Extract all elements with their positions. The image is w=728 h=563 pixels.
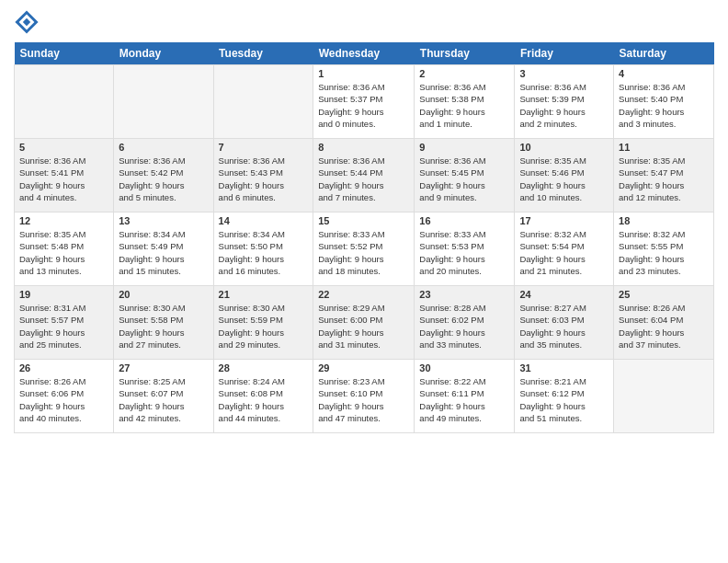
- day-cell: 16Sunrise: 8:33 AM Sunset: 5:53 PM Dayli…: [415, 213, 515, 286]
- day-cell: 17Sunrise: 8:32 AM Sunset: 5:54 PM Dayli…: [515, 213, 614, 286]
- day-number: 16: [419, 215, 509, 226]
- day-info: Sunrise: 8:22 AM Sunset: 6:11 PM Dayligh…: [419, 375, 509, 424]
- day-number: 9: [419, 142, 509, 153]
- day-cell: 23Sunrise: 8:28 AM Sunset: 6:02 PM Dayli…: [415, 286, 515, 360]
- weekday-header-saturday: Saturday: [614, 42, 714, 65]
- day-cell: 9Sunrise: 8:36 AM Sunset: 5:45 PM Daylig…: [415, 139, 515, 213]
- day-info: Sunrise: 8:34 AM Sunset: 5:49 PM Dayligh…: [119, 228, 208, 277]
- day-cell: [213, 65, 313, 139]
- week-row-3: 19Sunrise: 8:31 AM Sunset: 5:57 PM Dayli…: [15, 286, 714, 360]
- day-info: Sunrise: 8:35 AM Sunset: 5:47 PM Dayligh…: [619, 155, 709, 203]
- day-info: Sunrise: 8:24 AM Sunset: 6:08 PM Dayligh…: [219, 375, 309, 424]
- day-number: 15: [318, 215, 409, 226]
- weekday-header-monday: Monday: [114, 42, 213, 65]
- day-number: 1: [318, 68, 409, 79]
- day-info: Sunrise: 8:27 AM Sunset: 6:03 PM Dayligh…: [519, 302, 609, 350]
- day-info: Sunrise: 8:26 AM Sunset: 6:04 PM Dayligh…: [619, 302, 709, 350]
- day-cell: 12Sunrise: 8:35 AM Sunset: 5:48 PM Dayli…: [15, 213, 114, 286]
- day-cell: 18Sunrise: 8:32 AM Sunset: 5:55 PM Dayli…: [614, 213, 714, 286]
- day-number: 2: [419, 68, 509, 79]
- day-cell: 30Sunrise: 8:22 AM Sunset: 6:11 PM Dayli…: [415, 360, 515, 433]
- day-info: Sunrise: 8:36 AM Sunset: 5:38 PM Dayligh…: [419, 81, 509, 130]
- day-info: Sunrise: 8:36 AM Sunset: 5:42 PM Dayligh…: [119, 155, 208, 203]
- day-cell: 4Sunrise: 8:36 AM Sunset: 5:40 PM Daylig…: [614, 65, 714, 139]
- day-info: Sunrise: 8:36 AM Sunset: 5:43 PM Dayligh…: [219, 155, 309, 203]
- day-cell: 29Sunrise: 8:23 AM Sunset: 6:10 PM Dayli…: [313, 360, 415, 433]
- header: [14, 9, 714, 35]
- day-number: 5: [19, 142, 108, 153]
- day-number: 24: [519, 289, 609, 300]
- day-info: Sunrise: 8:35 AM Sunset: 5:46 PM Dayligh…: [519, 155, 609, 203]
- day-info: Sunrise: 8:23 AM Sunset: 6:10 PM Dayligh…: [318, 375, 409, 424]
- page-container: SundayMondayTuesdayWednesdayThursdayFrid…: [0, 0, 728, 563]
- day-info: Sunrise: 8:25 AM Sunset: 6:07 PM Dayligh…: [119, 375, 208, 424]
- day-info: Sunrise: 8:36 AM Sunset: 5:44 PM Dayligh…: [318, 155, 409, 203]
- day-number: 7: [219, 142, 309, 153]
- weekday-header-friday: Friday: [515, 42, 614, 65]
- day-number: 29: [318, 362, 409, 373]
- day-cell: 11Sunrise: 8:35 AM Sunset: 5:47 PM Dayli…: [614, 139, 714, 213]
- weekday-header-tuesday: Tuesday: [213, 42, 313, 65]
- day-info: Sunrise: 8:30 AM Sunset: 5:59 PM Dayligh…: [219, 302, 309, 350]
- day-cell: 2Sunrise: 8:36 AM Sunset: 5:38 PM Daylig…: [415, 65, 515, 139]
- day-cell: 5Sunrise: 8:36 AM Sunset: 5:41 PM Daylig…: [15, 139, 114, 213]
- day-number: 6: [119, 142, 208, 153]
- day-cell: 1Sunrise: 8:36 AM Sunset: 5:37 PM Daylig…: [313, 65, 415, 139]
- day-number: 27: [119, 362, 208, 373]
- day-cell: [114, 65, 213, 139]
- day-number: 4: [619, 68, 709, 79]
- day-number: 23: [419, 289, 509, 300]
- day-info: Sunrise: 8:36 AM Sunset: 5:39 PM Dayligh…: [519, 81, 609, 130]
- day-cell: 27Sunrise: 8:25 AM Sunset: 6:07 PM Dayli…: [114, 360, 213, 433]
- day-info: Sunrise: 8:33 AM Sunset: 5:52 PM Dayligh…: [318, 228, 409, 277]
- weekday-header-sunday: Sunday: [15, 42, 114, 65]
- day-cell: 6Sunrise: 8:36 AM Sunset: 5:42 PM Daylig…: [114, 139, 213, 213]
- day-number: 21: [219, 289, 309, 300]
- day-cell: 22Sunrise: 8:29 AM Sunset: 6:00 PM Dayli…: [313, 286, 415, 360]
- day-number: 25: [619, 289, 709, 300]
- day-number: 13: [119, 215, 208, 226]
- day-info: Sunrise: 8:35 AM Sunset: 5:48 PM Dayligh…: [19, 228, 108, 277]
- weekday-header-thursday: Thursday: [415, 42, 515, 65]
- day-cell: 21Sunrise: 8:30 AM Sunset: 5:59 PM Dayli…: [213, 286, 313, 360]
- week-row-0: 1Sunrise: 8:36 AM Sunset: 5:37 PM Daylig…: [15, 65, 714, 139]
- day-cell: 13Sunrise: 8:34 AM Sunset: 5:49 PM Dayli…: [114, 213, 213, 286]
- day-number: 28: [219, 362, 309, 373]
- day-number: 30: [419, 362, 509, 373]
- day-number: 26: [19, 362, 108, 373]
- day-number: 20: [119, 289, 208, 300]
- day-number: 12: [19, 215, 108, 226]
- day-info: Sunrise: 8:21 AM Sunset: 6:12 PM Dayligh…: [519, 375, 609, 424]
- day-info: Sunrise: 8:36 AM Sunset: 5:45 PM Dayligh…: [419, 155, 509, 203]
- day-cell: 26Sunrise: 8:26 AM Sunset: 6:06 PM Dayli…: [15, 360, 114, 433]
- day-number: 31: [519, 362, 609, 373]
- week-row-1: 5Sunrise: 8:36 AM Sunset: 5:41 PM Daylig…: [15, 139, 714, 213]
- day-number: 14: [219, 215, 309, 226]
- day-number: 18: [619, 215, 709, 226]
- day-number: 10: [519, 142, 609, 153]
- day-number: 3: [519, 68, 609, 79]
- day-info: Sunrise: 8:32 AM Sunset: 5:54 PM Dayligh…: [519, 228, 609, 277]
- day-info: Sunrise: 8:36 AM Sunset: 5:37 PM Dayligh…: [318, 81, 409, 130]
- day-info: Sunrise: 8:32 AM Sunset: 5:55 PM Dayligh…: [619, 228, 709, 277]
- day-info: Sunrise: 8:36 AM Sunset: 5:40 PM Dayligh…: [619, 81, 709, 130]
- day-cell: 3Sunrise: 8:36 AM Sunset: 5:39 PM Daylig…: [515, 65, 614, 139]
- week-row-2: 12Sunrise: 8:35 AM Sunset: 5:48 PM Dayli…: [15, 213, 714, 286]
- day-info: Sunrise: 8:36 AM Sunset: 5:41 PM Dayligh…: [19, 155, 108, 203]
- day-cell: 10Sunrise: 8:35 AM Sunset: 5:46 PM Dayli…: [515, 139, 614, 213]
- day-cell: 28Sunrise: 8:24 AM Sunset: 6:08 PM Dayli…: [213, 360, 313, 433]
- day-info: Sunrise: 8:30 AM Sunset: 5:58 PM Dayligh…: [119, 302, 208, 350]
- day-info: Sunrise: 8:31 AM Sunset: 5:57 PM Dayligh…: [19, 302, 108, 350]
- day-info: Sunrise: 8:26 AM Sunset: 6:06 PM Dayligh…: [19, 375, 108, 424]
- logo-icon: [14, 9, 40, 35]
- day-cell: 8Sunrise: 8:36 AM Sunset: 5:44 PM Daylig…: [313, 139, 415, 213]
- day-cell: [15, 65, 114, 139]
- logo: [14, 9, 41, 35]
- day-cell: 31Sunrise: 8:21 AM Sunset: 6:12 PM Dayli…: [515, 360, 614, 433]
- week-row-4: 26Sunrise: 8:26 AM Sunset: 6:06 PM Dayli…: [15, 360, 714, 433]
- day-cell: 15Sunrise: 8:33 AM Sunset: 5:52 PM Dayli…: [313, 213, 415, 286]
- day-cell: 7Sunrise: 8:36 AM Sunset: 5:43 PM Daylig…: [213, 139, 313, 213]
- day-cell: 25Sunrise: 8:26 AM Sunset: 6:04 PM Dayli…: [614, 286, 714, 360]
- day-cell: 19Sunrise: 8:31 AM Sunset: 5:57 PM Dayli…: [15, 286, 114, 360]
- day-cell: 14Sunrise: 8:34 AM Sunset: 5:50 PM Dayli…: [213, 213, 313, 286]
